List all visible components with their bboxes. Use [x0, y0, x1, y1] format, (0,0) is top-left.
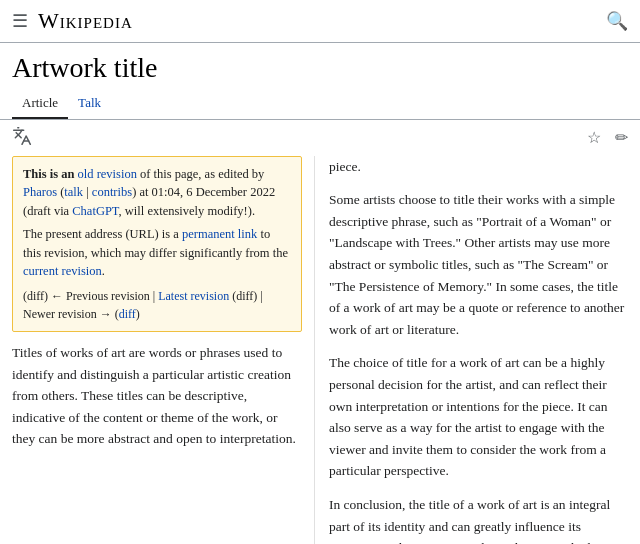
- diff3-end: ): [136, 307, 140, 321]
- toolbar-row: ☆ ✏: [0, 120, 640, 156]
- revision-present-text: The present address (URL) is a: [23, 227, 182, 241]
- right-para-0: piece.: [329, 156, 628, 178]
- diff-prev-text: (diff) ← Previous revision |: [23, 289, 158, 303]
- diff-line: (diff) ← Previous revision | Latest revi…: [23, 287, 291, 323]
- current-revision-link[interactable]: current revision: [23, 264, 102, 278]
- old-revision-link[interactable]: old revision: [78, 167, 137, 181]
- wikipedia-wordmark: Wikipedia: [38, 8, 133, 33]
- revision-box-line2: The present address (URL) is a permanent…: [23, 225, 291, 281]
- right-para-2: The choice of title for a work of art ca…: [329, 352, 628, 482]
- revision-edited-by: of this page, as edited by: [137, 167, 264, 181]
- latest-revision-link[interactable]: Latest revision: [158, 289, 229, 303]
- tab-talk[interactable]: Talk: [68, 91, 111, 119]
- revision-end-period: .: [102, 264, 105, 278]
- right-column: piece. Some artists choose to title thei…: [315, 156, 640, 544]
- tabs: Article Talk: [0, 91, 640, 120]
- revision-intro-bold: This is an: [23, 167, 78, 181]
- revision-after-chatgpt: , will extensively modify!).: [119, 204, 255, 218]
- wikipedia-logo[interactable]: Wikipedia: [38, 8, 133, 34]
- revision-box: This is an old revision of this page, as…: [12, 156, 302, 333]
- tab-article[interactable]: Article: [12, 91, 68, 119]
- contribs-link[interactable]: contribs: [92, 185, 132, 199]
- diff3-link[interactable]: diff: [119, 307, 136, 321]
- talk-link[interactable]: talk: [64, 185, 83, 199]
- toolbar-right: ☆ ✏: [587, 128, 628, 147]
- header: ☰ Wikipedia 🔍: [0, 0, 640, 43]
- pharos-link[interactable]: Pharos: [23, 185, 57, 199]
- hamburger-icon[interactable]: ☰: [12, 10, 28, 32]
- right-para-3: In conclusion, the title of a work of ar…: [329, 494, 628, 544]
- page-title-area: Artwork title: [0, 43, 640, 85]
- translate-icon[interactable]: [12, 126, 32, 150]
- permanent-link[interactable]: permanent link: [182, 227, 257, 241]
- header-left: ☰ Wikipedia: [12, 8, 133, 34]
- main-content: This is an old revision of this page, as…: [0, 156, 640, 544]
- revision-box-line1: This is an old revision of this page, as…: [23, 165, 291, 221]
- left-column: This is an old revision of this page, as…: [0, 156, 315, 544]
- chatgpt-link[interactable]: ChatGPT: [72, 204, 118, 218]
- star-icon[interactable]: ☆: [587, 128, 601, 147]
- left-article-paragraph: Titles of works of art are words or phra…: [12, 342, 302, 450]
- page-title: Artwork title: [12, 51, 628, 85]
- search-icon[interactable]: 🔍: [606, 10, 628, 32]
- right-para-1: Some artists choose to title their works…: [329, 189, 628, 340]
- edit-icon[interactable]: ✏: [615, 128, 628, 147]
